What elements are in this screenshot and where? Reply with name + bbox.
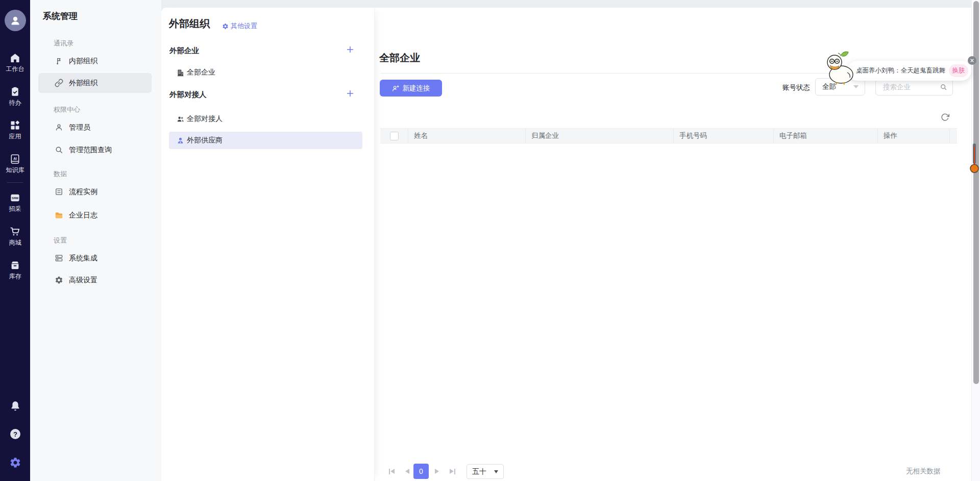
chevron-right-icon <box>435 469 439 474</box>
tree-item-all-companies[interactable]: 全部企业 <box>169 64 362 81</box>
pet-duck-image[interactable] <box>821 50 859 85</box>
sidebar-item-label: 外部组织 <box>69 79 97 88</box>
header-cell-gutter <box>950 129 957 143</box>
sidebar-item-enterprise-logs[interactable]: 企业日志 <box>38 205 152 225</box>
search-box <box>875 78 953 95</box>
panel-title: 外部组织 <box>169 17 210 31</box>
help-icon: ? <box>9 427 22 441</box>
user-icon <box>55 123 63 132</box>
people-icon <box>177 115 184 123</box>
gear-icon <box>9 456 21 469</box>
server-icon <box>55 254 63 262</box>
chevron-left-icon <box>405 469 409 474</box>
last-page-button[interactable] <box>450 468 456 474</box>
add-company-button plus-icon[interactable] <box>346 45 354 54</box>
svg-text:AI: AI <box>13 157 17 160</box>
sidebar-item-internal-org[interactable]: 内部组织 <box>38 51 152 71</box>
gear-icon <box>55 276 63 284</box>
rail-item-label: 库存 <box>9 273 21 279</box>
rail-item-todo[interactable]: 待办 <box>0 86 30 106</box>
sidebar-item-process-instances[interactable]: 流程实例 <box>38 182 152 202</box>
page-size-value: 五十 <box>472 467 486 476</box>
sidebar-item-admins[interactable]: 管理员 <box>38 117 152 137</box>
header-cell-actions: 操作 <box>878 129 950 143</box>
sidebar-item-label: 高级设置 <box>69 276 97 285</box>
chevron-down-icon <box>853 85 859 88</box>
close-widget-button[interactable] <box>968 56 976 65</box>
header-cell-email: 电子邮箱 <box>774 129 878 143</box>
search-icon[interactable] <box>940 83 947 91</box>
sidebar-title: 系统管理 <box>43 10 78 22</box>
sidebar-item-external-org[interactable]: 外部组织 <box>38 73 152 93</box>
group-header-external-companies: 外部企业 <box>169 46 199 56</box>
tree-item-label: 全部对接人 <box>187 114 223 124</box>
bar-glyph <box>454 469 455 474</box>
settings-button[interactable] <box>0 456 30 469</box>
prev-page-button[interactable] <box>405 468 409 474</box>
add-contact-button plus-icon[interactable] <box>346 89 354 98</box>
link-icon <box>55 79 63 87</box>
pet-banner[interactable]: 桌面养小刘鸭：全天超鬼畜跳舞 换肤 <box>847 61 971 81</box>
select-all-checkbox[interactable] <box>390 132 399 140</box>
sidebar-item-label: 内部组织 <box>69 57 97 66</box>
help-button[interactable]: ? <box>0 427 30 441</box>
rail-item-apps[interactable]: 应用 <box>0 119 30 139</box>
rail-item-label: 待办 <box>9 100 21 106</box>
sidebar-item-label: 管理员 <box>69 123 90 132</box>
sidebar-item-label: 企业日志 <box>69 211 97 220</box>
other-settings-link[interactable]: 其他设置 <box>222 21 257 31</box>
tree-item-external-suppliers[interactable]: 外部供应商 <box>169 132 362 149</box>
notifications-button[interactable] <box>0 400 30 412</box>
user-icon <box>9 14 21 27</box>
rail-item-label: 招采 <box>9 206 21 212</box>
gear-icon <box>222 23 229 30</box>
section-label-settings: 设置 <box>54 236 67 245</box>
supplier-person-icon <box>177 137 184 145</box>
sidebar-item-label: 管理范围查询 <box>69 146 112 155</box>
page-title: 全部企业 <box>379 51 420 65</box>
refresh-icon[interactable] <box>941 113 949 122</box>
next-page-button[interactable] <box>435 468 439 474</box>
tree-item-label: 外部供应商 <box>187 136 223 145</box>
first-page-button[interactable] <box>388 468 395 474</box>
srm-badge-icon: SRM <box>9 192 21 204</box>
sidebar-item-label: 系统集成 <box>69 254 97 263</box>
app-rail: 工作台 待办 应用 AI 知识库 SRM 招采 商城 <box>0 0 30 481</box>
rail-item-inventory[interactable]: 库存 <box>0 259 30 279</box>
org-flag-icon <box>55 57 63 65</box>
rail-item-mall[interactable]: 商城 <box>0 226 30 246</box>
sidebar-item-system-integration[interactable]: 系统集成 <box>38 248 152 268</box>
scrollbar-track[interactable] <box>971 0 980 481</box>
tree-item-all-contacts[interactable]: 全部对接人 <box>169 110 362 128</box>
current-page-indicator[interactable]: 0 <box>413 464 429 479</box>
rail-item-label: 应用 <box>9 133 21 139</box>
archive-box-icon <box>9 259 21 271</box>
section-label-contacts: 通讯录 <box>54 39 74 48</box>
tree-item-label: 全部企业 <box>187 68 215 77</box>
header-cell-company: 归属企业 <box>526 129 674 143</box>
sidebar-item-scope-query[interactable]: 管理范围查询 <box>38 140 152 160</box>
sidebar-item-advanced-settings[interactable]: 高级设置 <box>38 270 152 290</box>
bell-icon <box>9 400 21 412</box>
folder-icon <box>55 211 63 220</box>
org-tree-panel: 外部组织 其他设置 外部企业 全部企业 外部对接人 全部对接人 外部供应商 <box>161 8 375 481</box>
cart-icon <box>9 226 21 237</box>
change-skin-button[interactable]: 换肤 <box>949 64 968 77</box>
rail-item-srm[interactable]: SRM 招采 <box>0 192 30 212</box>
page-size-select[interactable]: 五十 <box>467 464 504 479</box>
rail-item-knowledge[interactable]: AI 知识库 <box>0 153 30 173</box>
user-plus-icon <box>392 84 400 92</box>
apps-grid-icon <box>9 119 21 131</box>
header-cell-phone: 手机号码 <box>674 129 774 143</box>
document-icon <box>55 187 63 196</box>
empty-data-text: 无相关数据 <box>906 467 941 476</box>
svg-text:SRM: SRM <box>12 197 18 200</box>
chevron-down-icon <box>494 470 498 473</box>
search-input[interactable] <box>882 83 937 91</box>
group-header-external-contacts: 外部对接人 <box>169 90 207 100</box>
header-cell-name: 姓名 <box>408 129 526 143</box>
rail-item-workbench[interactable]: 工作台 <box>0 52 30 72</box>
search-icon <box>55 146 63 154</box>
new-connection-button[interactable]: 新建连接 <box>380 80 442 97</box>
avatar[interactable] <box>5 10 26 31</box>
